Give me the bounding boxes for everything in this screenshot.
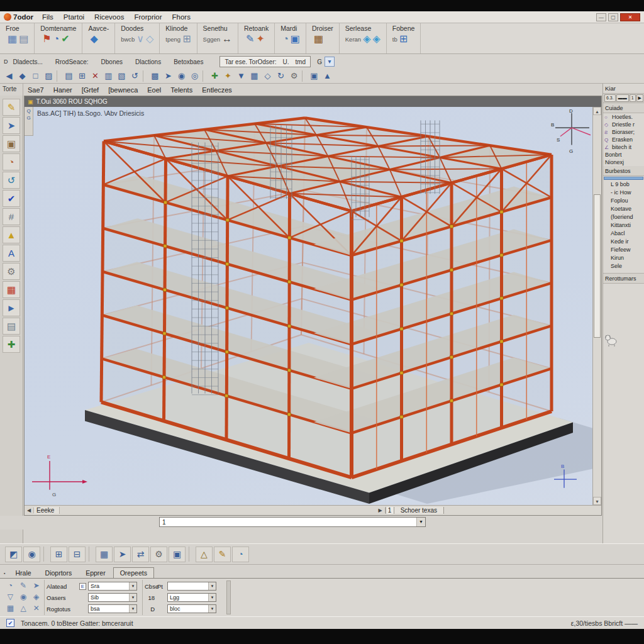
grid-window-icon[interactable]: ⊞ xyxy=(399,33,408,45)
delete-icon[interactable]: ✕ xyxy=(89,70,102,82)
row2-item-1[interactable]: RrodSeace: xyxy=(55,58,89,65)
chevron-down-icon[interactable]: ▼ xyxy=(208,594,216,601)
pick-arrow-icon[interactable]: ➤ xyxy=(114,547,131,562)
pen-icon[interactable]: ✎ xyxy=(17,580,30,592)
dropdown[interactable]: ▼ xyxy=(167,582,216,591)
select-pair-icon[interactable]: ◩ xyxy=(5,547,22,562)
new-view-icon[interactable]: □ xyxy=(29,70,42,82)
chevron-down-icon[interactable]: ▼ xyxy=(416,518,425,526)
viewport-3d-canvas[interactable]: DBSGEGB Bas.AC] TIH) ta.Sogo. \Abv Dries… xyxy=(25,107,601,505)
dim-red-icon[interactable]: ▦ xyxy=(3,281,20,298)
scroll-down-icon[interactable]: ▼ xyxy=(593,497,601,505)
pencil-icon[interactable]: ✎ xyxy=(3,99,20,116)
check-green-icon[interactable]: ✔ xyxy=(61,33,69,45)
tree-item-3[interactable]: Koetave xyxy=(604,205,644,213)
gear-icon[interactable]: ⚙ xyxy=(150,547,167,562)
bottom-tab-3[interactable]: Orepeets xyxy=(113,567,154,578)
view-menu-2[interactable]: [Grtef xyxy=(82,86,99,94)
row2-item-0[interactable]: Dladects... xyxy=(13,58,43,65)
gem-right-icon[interactable]: ◈ xyxy=(372,33,380,45)
view-menu-6[interactable]: Entleczes xyxy=(202,86,232,94)
tree-item-5[interactable]: Kittanxti xyxy=(604,221,644,230)
panel-item-1[interactable]: ◇Driestle r xyxy=(603,121,644,128)
vee-icon[interactable]: ∨ xyxy=(136,33,144,45)
right-panel-section-header[interactable]: Cuiade xyxy=(603,103,644,113)
dropdown[interactable]: bloc▼ xyxy=(167,604,216,613)
grid-icon[interactable]: ▦ xyxy=(4,603,17,614)
part-box-icon[interactable]: ▣ xyxy=(3,135,20,152)
tree-item-2[interactable]: Foplou xyxy=(604,197,644,205)
sheet-tab[interactable]: Schoer texas xyxy=(394,507,444,514)
panel-item-3[interactable]: QErasken xyxy=(603,136,644,143)
mini-q-icon[interactable]: Q xyxy=(26,108,30,114)
tree-item-1[interactable]: - ic How xyxy=(604,189,644,197)
mini-g-icon[interactable]: G xyxy=(26,115,30,121)
gem-icon[interactable]: ◇ xyxy=(261,70,274,82)
triangle-icon[interactable]: △ xyxy=(196,547,213,562)
triangle-icon[interactable]: △ xyxy=(17,603,30,614)
clock-icon[interactable]: ◔ xyxy=(282,33,289,45)
scroll-right-icon[interactable]: ▶ xyxy=(376,508,386,513)
view-menu-3[interactable]: [bewneca xyxy=(108,86,138,94)
pen-tool-icon[interactable]: ✎ xyxy=(246,33,254,45)
dropdown[interactable]: Sib▼ xyxy=(88,593,137,602)
globe-icon[interactable]: ◔ xyxy=(53,33,60,45)
nav-diamond-icon[interactable]: ◆ xyxy=(16,70,29,82)
ring-icon[interactable]: ◎ xyxy=(188,70,201,82)
frame-icon[interactable]: ▦ xyxy=(248,70,261,82)
triangle-tool-icon[interactable]: ▲ xyxy=(3,226,20,243)
rp-next-icon[interactable]: ▶ xyxy=(636,94,643,102)
select-arrow-icon[interactable]: ➤ xyxy=(3,117,20,134)
maximize-button[interactable]: ▢ xyxy=(608,13,618,21)
swoosh-icon[interactable]: ◆ xyxy=(90,33,97,45)
gear-icon[interactable]: ⚙ xyxy=(3,263,20,280)
chevron-down-icon[interactable]: ▼ xyxy=(208,582,216,590)
spark-icon[interactable]: ✦ xyxy=(256,33,264,45)
layers-icon[interactable]: ▤ xyxy=(3,318,20,335)
view-menu-1[interactable]: Haner xyxy=(53,86,72,94)
phase-field[interactable]: Tar ese. TorOdser: U. tmd xyxy=(219,56,311,67)
view-face-icon[interactable]: ◔ xyxy=(3,153,20,170)
chevron-down-icon[interactable]: ▼ xyxy=(129,605,136,613)
right-panel-tree-header[interactable]: Burbestos xyxy=(603,166,644,176)
text-a-icon[interactable]: A xyxy=(3,245,20,262)
globe-icon[interactable]: ◔ xyxy=(232,547,249,562)
rp-mode-icon[interactable]: 6.3. xyxy=(604,94,616,102)
side-tab-label[interactable]: Torte xyxy=(0,84,23,96)
arrow-icon[interactable]: ➤ xyxy=(30,580,43,592)
funnel-icon[interactable]: ▽ xyxy=(4,592,17,603)
orbit-icon[interactable]: ↺ xyxy=(3,172,20,189)
row2-item-4[interactable]: Betoxbaes xyxy=(174,58,203,65)
swap-icon[interactable]: ⇄ xyxy=(132,547,149,562)
tree-item-0[interactable]: L 9 bob xyxy=(604,180,644,189)
grid-add-icon[interactable]: ⊞ xyxy=(50,547,67,562)
panel-item-4[interactable]: ∠bitech it xyxy=(603,143,644,151)
cross-icon[interactable]: ✕ xyxy=(30,603,43,614)
screen-icon[interactable]: ▣ xyxy=(291,33,300,45)
panel-icon[interactable]: ⊞ xyxy=(182,33,191,45)
panel-icon[interactable]: ▣ xyxy=(308,70,321,82)
target-icon[interactable]: ◉ xyxy=(23,547,40,562)
row2-item-3[interactable]: Dlactions xyxy=(135,58,161,65)
grid-add-icon[interactable]: ⊞ xyxy=(75,70,89,82)
dimension-icon[interactable]: ↔ xyxy=(222,33,232,45)
viewport-title-bar[interactable]: ▣ T.Oui 3060 ROU SQHOG xyxy=(25,96,601,107)
scroll-left-icon[interactable]: ◀ xyxy=(25,508,34,513)
grid-sub-icon[interactable]: ⊟ xyxy=(69,547,86,562)
menu-4[interactable]: Fhors xyxy=(172,13,191,21)
chevron-down-icon[interactable]: ▼ xyxy=(129,594,136,601)
tree-item-6[interactable]: Abacl xyxy=(604,230,644,238)
horizontal-scrollbar[interactable]: ◀ Eeeke ▶ 1 Schoer texas xyxy=(25,505,601,515)
pattern-icon[interactable]: ▩ xyxy=(148,70,162,82)
pick-arrow-icon[interactable]: ➤ xyxy=(162,70,175,82)
gear-icon[interactable]: ⚙ xyxy=(287,70,301,82)
check-blue-icon[interactable]: ✔ xyxy=(3,190,20,207)
tree-item-10[interactable]: Sele xyxy=(604,262,644,270)
pen-icon[interactable]: ✎ xyxy=(214,547,231,562)
view-menu-4[interactable]: Eoel xyxy=(147,86,161,94)
tree-item-7[interactable]: Kede ir xyxy=(604,238,644,246)
dropdown[interactable]: bsa▼ xyxy=(88,604,137,613)
row2-item-2[interactable]: Dbones xyxy=(101,58,123,65)
right-panel-footer-header[interactable]: Rerottumars xyxy=(603,273,644,284)
view-selector-combobox[interactable]: 1 ▼ xyxy=(159,517,426,527)
